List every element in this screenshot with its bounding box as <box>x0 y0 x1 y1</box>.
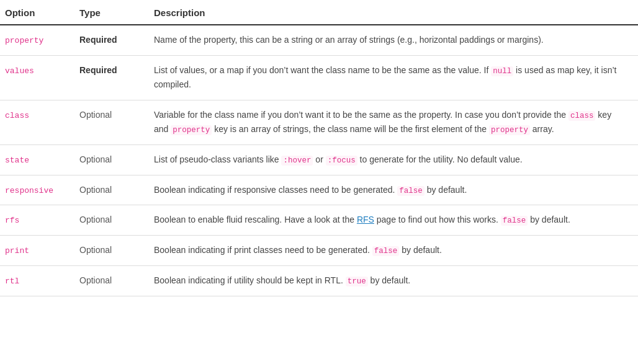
type-optional: Optional <box>79 275 112 285</box>
option-code: print <box>5 246 29 255</box>
inline-code: false <box>372 246 400 256</box>
inline-code: null <box>491 66 513 76</box>
table-body: propertyRequiredName of the property, th… <box>0 25 638 296</box>
table-header: Option Type Description <box>0 0 638 25</box>
table-row: classOptionalVariable for the class name… <box>0 100 638 144</box>
inline-code: :focus <box>326 156 357 166</box>
cell-description: Variable for the class name if you don’t… <box>149 100 638 144</box>
cell-option: state <box>0 144 74 175</box>
type-optional: Optional <box>79 110 112 120</box>
type-optional: Optional <box>79 185 112 195</box>
option-code: values <box>5 66 34 76</box>
inline-code: false <box>397 186 425 196</box>
cell-type: Required <box>74 55 149 100</box>
cell-description: Boolean indicating if responsive classes… <box>149 175 638 205</box>
header-type: Type <box>74 0 149 25</box>
type-optional: Optional <box>79 154 112 164</box>
inline-code: class <box>568 111 596 121</box>
option-code: responsive <box>5 186 53 195</box>
cell-option: values <box>0 55 74 100</box>
inline-code: :hover <box>281 156 313 166</box>
table-row: valuesRequiredList of values, or a map i… <box>0 55 638 100</box>
table-row: printOptionalBoolean indicating if print… <box>0 236 638 266</box>
cell-description: Boolean to enable fluid rescaling. Have … <box>149 205 638 236</box>
type-optional: Optional <box>79 245 112 255</box>
table-row: stateOptionalList of pseudo-class varian… <box>0 144 638 175</box>
cell-description: Name of the property, this can be a stri… <box>149 25 638 55</box>
cell-type: Optional <box>74 175 149 205</box>
cell-option: class <box>0 100 74 144</box>
cell-description: List of values, or a map if you don’t wa… <box>149 55 638 100</box>
type-required: Required <box>79 35 117 45</box>
cell-option: property <box>0 25 74 55</box>
cell-type: Optional <box>74 100 149 144</box>
header-description: Description <box>149 0 638 25</box>
rfs-link[interactable]: RFS <box>357 215 374 224</box>
option-code: property <box>5 36 43 45</box>
inline-code: false <box>501 216 528 226</box>
option-code: class <box>5 111 29 120</box>
cell-description: Boolean indicating if print classes need… <box>149 236 638 266</box>
cell-type: Optional <box>74 265 149 296</box>
cell-type: Optional <box>74 236 149 266</box>
cell-description: List of pseudo-class variants like :hove… <box>149 144 638 175</box>
table-row: propertyRequiredName of the property, th… <box>0 25 638 55</box>
cell-option: rfs <box>0 205 74 236</box>
option-code: rfs <box>5 216 19 225</box>
cell-type: Optional <box>74 144 149 175</box>
cell-type: Required <box>74 25 149 55</box>
cell-option: print <box>0 236 74 266</box>
cell-option: rtl <box>0 265 74 296</box>
type-required: Required <box>79 65 117 75</box>
table-row: rtlOptionalBoolean indicating if utility… <box>0 265 638 296</box>
header-option: Option <box>0 0 74 25</box>
cell-option: responsive <box>0 175 74 205</box>
inline-code: true <box>346 277 368 286</box>
inline-code: property <box>489 125 530 135</box>
options-table: Option Type Description propertyRequired… <box>0 0 638 296</box>
type-optional: Optional <box>79 215 112 224</box>
cell-type: Optional <box>74 205 149 236</box>
option-code: state <box>5 156 29 165</box>
cell-description: Boolean indicating if utility should be … <box>149 265 638 296</box>
table-row: responsiveOptionalBoolean indicating if … <box>0 175 638 205</box>
table-row: rfsOptionalBoolean to enable fluid resca… <box>0 205 638 236</box>
option-code: rtl <box>5 277 19 286</box>
inline-code: property <box>171 125 212 135</box>
